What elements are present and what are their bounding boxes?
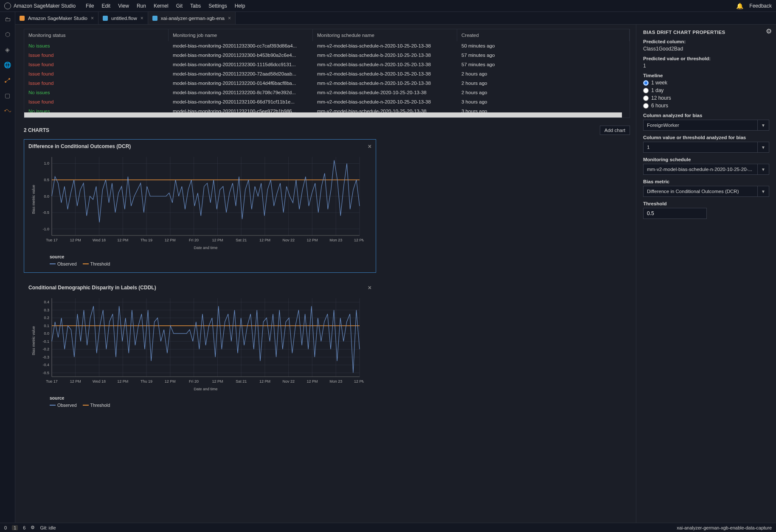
properties-panel: ⚙ BIAS DRIFT CHART PROPERTIES Predicted …: [636, 25, 776, 523]
pipeline-icon[interactable]: [4, 107, 11, 115]
menu-settings[interactable]: Settings: [208, 3, 227, 9]
experiments-icon[interactable]: [4, 76, 11, 84]
notifications-icon[interactable]: 🔔: [736, 3, 743, 9]
schedule-select[interactable]: mm-v2-model-bias-schedule-n-2020-10-25-2…: [643, 164, 769, 175]
close-icon[interactable]: ×: [91, 15, 94, 21]
svg-text:12 PM: 12 PM: [165, 238, 176, 242]
table-header-cell[interactable]: Monitoring job name: [169, 29, 313, 41]
table-row[interactable]: No issuesmodel-bias-monitoring-202011232…: [24, 88, 630, 97]
threshold-label: Threshold: [643, 201, 769, 206]
threshold-input[interactable]: [643, 208, 707, 219]
svg-text:0.1: 0.1: [44, 324, 49, 328]
close-icon[interactable]: ×: [368, 143, 371, 150]
chart-card[interactable]: Conditional Demographic Disparity in Lab…: [24, 280, 376, 414]
menu-run[interactable]: Run: [137, 3, 146, 9]
table-row[interactable]: Issue foundmodel-bias-monitoring-2020112…: [24, 60, 630, 69]
col-bias-select[interactable]: ForeignWorker▼: [643, 120, 769, 131]
table-header-cell[interactable]: Created: [457, 29, 630, 41]
menu-file[interactable]: File: [86, 3, 94, 9]
menu-edit[interactable]: Edit: [101, 3, 110, 9]
svg-text:Bias metric value: Bias metric value: [31, 326, 36, 356]
svg-text:0.2: 0.2: [44, 316, 49, 320]
svg-text:-0.5: -0.5: [42, 210, 49, 215]
tab-untitled-flow[interactable]: untitled.flow×: [98, 12, 148, 24]
menu-git[interactable]: Git: [176, 3, 183, 9]
timeline-option[interactable]: 1 day: [643, 87, 769, 93]
svg-text:-1.0: -1.0: [42, 227, 49, 231]
menu-kernel[interactable]: Kernel: [154, 3, 169, 9]
table-row[interactable]: Issue foundmodel-bias-monitoring-2020112…: [24, 78, 630, 88]
app-title: Amazon SageMaker Studio: [14, 3, 76, 9]
table-row[interactable]: Issue foundmodel-bias-monitoring-2020112…: [24, 50, 630, 60]
svg-rect-3: [20, 16, 25, 21]
timeline-option[interactable]: 12 hours: [643, 95, 769, 101]
col-val-select[interactable]: 1▼: [643, 142, 769, 153]
panel-icon[interactable]: ▢: [4, 92, 11, 99]
svg-text:1.0: 1.0: [44, 161, 49, 165]
svg-text:12 PM: 12 PM: [259, 379, 270, 384]
svg-text:12 PM: 12 PM: [259, 238, 270, 242]
svg-text:12 PM: 12 PM: [212, 238, 223, 242]
diamond-icon[interactable]: ◈: [4, 46, 11, 53]
svg-text:Bias metric value: Bias metric value: [31, 185, 36, 214]
close-icon[interactable]: ×: [228, 15, 231, 21]
svg-text:Date and time: Date and time: [194, 387, 217, 391]
chevron-down-icon: ▼: [757, 186, 765, 196]
svg-text:-0.4: -0.4: [42, 363, 49, 367]
svg-text:Mon 23: Mon 23: [329, 379, 342, 384]
close-icon[interactable]: ×: [141, 15, 143, 21]
chevron-down-icon: ▼: [757, 164, 765, 174]
globe-icon[interactable]: 🌐: [4, 61, 11, 69]
metric-select[interactable]: Difference in Conditional Outcomes (DCR)…: [643, 186, 769, 197]
col-bias-label: Column analyzed for bias: [643, 113, 769, 118]
tab-xai-analyzer-german-xgb-ena[interactable]: xai-analyzer-german-xgb-ena×: [148, 12, 236, 24]
table-header-cell[interactable]: Monitoring status: [24, 29, 169, 41]
table-row[interactable]: Issue foundmodel-bias-monitoring-2020112…: [24, 69, 630, 78]
gear-icon[interactable]: ⚙: [31, 525, 35, 530]
chart-title: Difference in Conditional Outcomes (DCR): [28, 143, 131, 149]
horizontal-scrollbar[interactable]: [24, 112, 622, 118]
menu-tabs[interactable]: Tabs: [190, 3, 201, 9]
svg-text:Tue 17: Tue 17: [46, 379, 58, 384]
table-header-cell[interactable]: Monitoring schedule name: [313, 29, 457, 41]
git-status: Git: idle: [40, 525, 56, 530]
menu-help[interactable]: Help: [235, 3, 245, 9]
timeline-option[interactable]: 1 week: [643, 80, 769, 86]
timeline-radio-group: 1 week1 day12 hours6 hours: [643, 80, 769, 109]
svg-text:Nov 22: Nov 22: [282, 379, 295, 384]
svg-text:Fri 20: Fri 20: [189, 238, 199, 242]
svg-text:Mon 23: Mon 23: [329, 238, 342, 242]
tab-amazon-sagemaker-studio[interactable]: Amazon SageMaker Studio×: [15, 12, 98, 24]
gear-icon[interactable]: ⚙: [766, 27, 772, 35]
hexagon-icon[interactable]: ⬡: [4, 31, 11, 38]
col-val-label: Column value or threshold analyzed for b…: [643, 135, 769, 140]
chart-legend: sourceObservedThreshold: [50, 395, 371, 408]
svg-text:12 PM: 12 PM: [212, 379, 223, 384]
table-row[interactable]: No issuesmodel-bias-monitoring-202011232…: [24, 106, 630, 112]
svg-rect-5: [152, 16, 157, 21]
add-chart-button[interactable]: Add chart: [600, 126, 630, 135]
svg-point-2: [4, 110, 6, 112]
svg-text:12 PM: 12 PM: [117, 379, 128, 384]
svg-text:Thu 19: Thu 19: [141, 379, 152, 384]
feedback-link[interactable]: Feedback: [749, 3, 772, 9]
svg-text:-0.3: -0.3: [42, 355, 49, 359]
timeline-option[interactable]: 6 hours: [643, 103, 769, 109]
svg-text:Wed 18: Wed 18: [93, 238, 106, 242]
predicted-column-value: Class1Good2Bad: [643, 46, 769, 52]
menu-view[interactable]: View: [118, 3, 129, 9]
tab-bar: Amazon SageMaker Studio×untitled.flow×xa…: [15, 12, 776, 25]
left-sidebar: 🗀 ⬡ ◈ 🌐 ▢: [0, 12, 15, 523]
chart-card[interactable]: Difference in Conditional Outcomes (DCR)…: [24, 139, 376, 273]
main-content: Monitoring statusMonitoring job nameMoni…: [15, 25, 636, 523]
close-icon[interactable]: ×: [368, 284, 371, 291]
table-row[interactable]: Issue foundmodel-bias-monitoring-2020112…: [24, 97, 630, 106]
status-bar: 0 1 6 ⚙ Git: idle xai-analyzer-german-xg…: [0, 523, 776, 532]
svg-text:12 PM: 12 PM: [306, 238, 318, 242]
svg-text:Nov 22: Nov 22: [282, 238, 295, 242]
sagemaker-logo-icon: [4, 3, 11, 9]
status-num-0: 0: [4, 525, 7, 530]
svg-text:Fri 20: Fri 20: [189, 379, 199, 384]
table-row[interactable]: No issuesmodel-bias-monitoring-202011232…: [24, 41, 630, 50]
folder-icon[interactable]: 🗀: [4, 15, 11, 23]
